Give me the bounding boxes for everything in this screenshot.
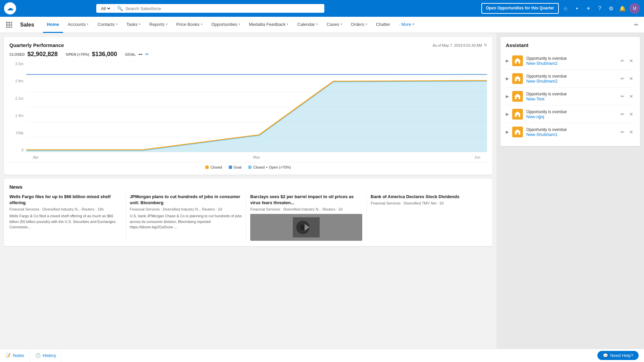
- assistant-icon-1: [512, 73, 523, 84]
- close-button-2[interactable]: ✕: [628, 93, 635, 100]
- edit-button-2[interactable]: ✏: [619, 93, 626, 100]
- news-headline-1[interactable]: JPMorgan plans to cut hundreds of jobs i…: [130, 194, 242, 206]
- history-item[interactable]: 🕐 History: [30, 349, 62, 362]
- svg-rect-3: [6, 24, 8, 26]
- opp-link-3[interactable]: New-njjnj: [526, 114, 616, 119]
- refresh-icon[interactable]: ↻: [484, 43, 487, 47]
- svg-marker-29: [515, 94, 520, 96]
- y-label-3-5m: 3.5m: [15, 62, 23, 66]
- opp-link-0[interactable]: New-Shubham2: [526, 61, 616, 66]
- assistant-icon-0: [512, 55, 523, 66]
- edit-button-0[interactable]: ✏: [619, 57, 626, 64]
- nav-item-chatter[interactable]: Chatter: [372, 17, 394, 33]
- legend-label-closed: Closed: [210, 165, 222, 169]
- news-headline-2[interactable]: Barclays sees $2 per barrel impact to oi…: [250, 194, 362, 206]
- overdue-text-3: Opportunity is overdue: [526, 109, 616, 114]
- y-label-1-4m: 1.4m: [15, 114, 23, 118]
- news-headline-0[interactable]: Wells Fargo files for up to $66 billion …: [9, 194, 121, 206]
- settings-icon[interactable]: ⚙: [606, 4, 616, 13]
- favorites-icon[interactable]: ☆: [561, 4, 570, 13]
- assistant-text-3: Opportunity is overdue New-njjnj: [526, 109, 616, 119]
- news-title: News: [9, 184, 487, 190]
- add-icon[interactable]: +: [584, 4, 593, 13]
- nav-item-calendar[interactable]: Calendar ▾: [293, 17, 322, 33]
- nav-item-medallia[interactable]: Medallia Feedback ▾: [245, 17, 292, 33]
- notifications-icon[interactable]: 🔔: [618, 4, 627, 13]
- performance-card-header: Quarterly Performance As of May 7, 2019 …: [9, 42, 487, 48]
- opp-link-1[interactable]: New-Shubham2: [526, 79, 616, 84]
- nav-item-orders[interactable]: Orders ▾: [347, 17, 371, 33]
- bottom-bar: 📝 Notes 🕐 History 💬 Need Help?: [0, 349, 644, 362]
- right-panel: Assistant ▶ Opportunity is overdue New-S…: [496, 33, 644, 349]
- nav-item-cases[interactable]: Cases ▾: [323, 17, 346, 33]
- nav-item-contacts[interactable]: Contacts ▾: [93, 17, 121, 33]
- history-label: History: [43, 353, 56, 358]
- assistant-icon-3: [512, 109, 523, 120]
- news-card: News Wells Fargo files for up to $66 bil…: [4, 179, 492, 246]
- assistant-chevron-4[interactable]: ▶: [506, 130, 509, 134]
- assistant-icon-4: [512, 127, 523, 137]
- avatar[interactable]: U: [629, 3, 640, 14]
- nav-label-contacts: Contacts: [97, 22, 114, 27]
- search-input[interactable]: [125, 6, 321, 11]
- assistant-chevron-2[interactable]: ▶: [506, 94, 509, 99]
- top-actions: Open Opportunities for this Quarter ☆ ▼ …: [481, 3, 640, 14]
- news-item-2: Barclays sees $2 per barrel impact to oi…: [250, 194, 367, 241]
- assistant-chevron-0[interactable]: ▶: [506, 58, 509, 63]
- top-bar: ☁ All 🔍 Open Opportunities for this Quar…: [0, 0, 644, 17]
- svg-rect-7: [8, 27, 10, 28]
- search-icon: 🔍: [117, 6, 123, 11]
- help-icon[interactable]: ?: [595, 4, 604, 13]
- edit-button-3[interactable]: ✏: [619, 111, 626, 118]
- open-opportunities-button[interactable]: Open Opportunities for this Quarter: [481, 3, 559, 14]
- nav-edit-icon[interactable]: ✏: [633, 20, 640, 29]
- overdue-text-4: Opportunity is overdue: [526, 127, 616, 132]
- nav-item-opportunities[interactable]: Opportunities ▾: [207, 17, 244, 33]
- close-button-0[interactable]: ✕: [628, 57, 635, 64]
- opp-link-4[interactable]: New-Shubham1: [526, 132, 616, 137]
- news-grid: Wells Fargo files for up to $66 billion …: [9, 194, 487, 241]
- nav-item-tasks[interactable]: Tasks ▾: [122, 17, 145, 33]
- assistant-text-1: Opportunity is overdue New-Shubham2: [526, 74, 616, 84]
- svg-rect-5: [11, 24, 12, 26]
- opp-link-2[interactable]: New-Test: [526, 96, 616, 101]
- assistant-icon-2: [512, 91, 523, 102]
- close-button-3[interactable]: ✕: [628, 111, 635, 118]
- closed-value: $2,902,828: [28, 51, 58, 58]
- app-launcher-icon[interactable]: [4, 20, 14, 30]
- news-meta-2: Financial Services · Diversified Industr…: [250, 207, 362, 211]
- search-filter-select[interactable]: All: [100, 6, 111, 11]
- nav-item-home[interactable]: Home: [43, 17, 63, 33]
- goal-edit-icon[interactable]: ✏: [145, 52, 149, 57]
- salesforce-logo[interactable]: ☁: [4, 2, 16, 14]
- close-button-4[interactable]: ✕: [628, 129, 635, 135]
- assistant-chevron-3[interactable]: ▶: [506, 112, 509, 117]
- favorites-dropdown-icon[interactable]: ▼: [572, 4, 582, 13]
- notes-icon: 📝: [5, 353, 11, 358]
- need-help-button[interactable]: 💬 Need Help?: [597, 351, 639, 360]
- nav-item-accounts[interactable]: Accounts ▾: [64, 17, 93, 33]
- svg-rect-6: [6, 27, 8, 28]
- nav-item-pricebooks[interactable]: Price Books ▾: [172, 17, 207, 33]
- news-headline-3[interactable]: Bank of America Declares Stock Dividends: [371, 194, 483, 200]
- nav-label-opportunities: Opportunities: [211, 22, 237, 27]
- legend-goal: Goal: [229, 165, 241, 169]
- edit-button-1[interactable]: ✏: [619, 75, 626, 82]
- nav-label-reports: Reports: [149, 22, 165, 27]
- open-label: OPEN (>70%): [66, 52, 89, 56]
- nav-item-reports[interactable]: Reports ▾: [145, 17, 172, 33]
- assistant-chevron-1[interactable]: ▶: [506, 76, 509, 81]
- close-button-1[interactable]: ✕: [628, 75, 635, 82]
- assistant-item-1: ▶ Opportunity is overdue New-Shubham2 ✏ …: [506, 70, 635, 88]
- nav-item-more[interactable]: · More ▾: [395, 17, 418, 33]
- news-item-1: JPMorgan plans to cut hundreds of jobs i…: [130, 194, 246, 241]
- notes-item[interactable]: 📝 Notes: [5, 349, 30, 362]
- news-meta-3: Financial Services · Diversified TMV Net…: [371, 201, 483, 205]
- assistant-actions-4: ✏ ✕: [619, 129, 635, 135]
- contacts-chevron-icon: ▾: [116, 22, 118, 26]
- edit-button-4[interactable]: ✏: [619, 129, 626, 135]
- nav-label-cases: Cases: [327, 22, 339, 27]
- svg-rect-33: [517, 115, 519, 117]
- accounts-chevron-icon: ▾: [87, 22, 89, 26]
- performance-chart: 3.5m 2.8m 2.1m 1.4m 700k 0: [9, 62, 487, 163]
